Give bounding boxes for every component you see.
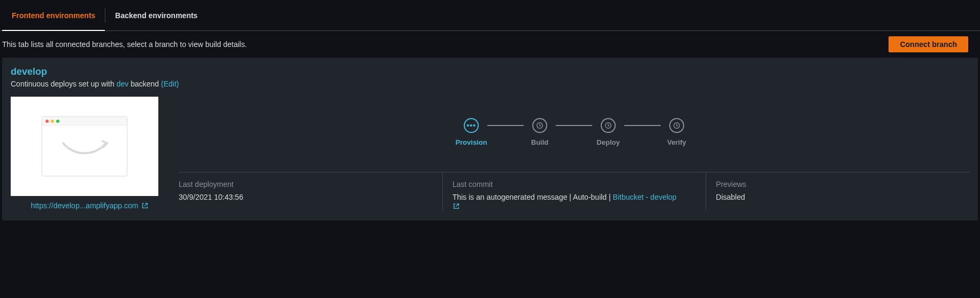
deployment-info: Last deployment 30/9/2021 10:43:56 Last … — [179, 172, 969, 210]
pipeline-stages: ••• Provision Build Deploy — [179, 97, 969, 168]
subtitle-suffix: backend — [128, 80, 161, 88]
amazon-smile-icon — [60, 138, 109, 159]
clock-icon — [673, 122, 680, 129]
connector — [556, 125, 592, 126]
last-commit-text: This is an autogenerated message | Auto-… — [453, 193, 613, 201]
branch-subtitle: Continuous deploys set up with dev backe… — [11, 80, 969, 88]
clock-icon — [604, 122, 612, 129]
branch-content: https://develop...amplifyapp.com ••• Pro… — [11, 97, 969, 210]
stage-deploy[interactable]: Deploy — [592, 118, 624, 146]
last-deployment-cell: Last deployment 30/9/2021 10:43:56 — [179, 172, 442, 210]
stage-verify-label: Verify — [667, 138, 686, 146]
branch-details: ••• Provision Build Deploy — [169, 97, 969, 210]
backend-name-link[interactable]: dev — [117, 80, 129, 88]
stage-provision-label: Provision — [455, 138, 487, 146]
app-url-text: https://develop...amplifyapp.com — [31, 201, 139, 210]
stage-build-label: Build — [531, 138, 549, 146]
in-progress-icon: ••• — [466, 122, 476, 129]
last-deployment-value: 30/9/2021 10:43:56 — [179, 193, 433, 201]
external-link-icon — [141, 202, 149, 209]
tab-frontend-environments[interactable]: Frontend environments — [2, 0, 105, 30]
branch-name-link[interactable]: develop — [11, 66, 969, 77]
preview-column: https://develop...amplifyapp.com — [11, 97, 169, 210]
browser-mock-icon — [42, 116, 127, 176]
stage-deploy-label: Deploy — [596, 138, 619, 146]
connector — [487, 125, 524, 126]
last-commit-source-link[interactable]: Bitbucket - develop — [613, 193, 677, 201]
edit-backend-link[interactable]: (Edit) — [161, 80, 179, 88]
previews-label: Previews — [716, 180, 960, 189]
last-commit-label: Last commit — [453, 180, 696, 189]
last-deployment-label: Last deployment — [179, 180, 433, 189]
tab-description: This tab lists all connected branches, s… — [2, 40, 247, 49]
toolbar: This tab lists all connected branches, s… — [0, 31, 980, 58]
last-commit-value: This is an autogenerated message | Auto-… — [453, 193, 696, 210]
tab-backend-environments[interactable]: Backend environments — [105, 0, 207, 30]
app-screenshot-thumbnail[interactable] — [11, 97, 158, 196]
subtitle-prefix: Continuous deploys set up with — [11, 80, 117, 88]
last-commit-cell: Last commit This is an autogenerated mes… — [442, 172, 706, 210]
stage-verify[interactable]: Verify — [661, 118, 693, 146]
app-url-link[interactable]: https://develop...amplifyapp.com — [11, 196, 169, 210]
external-link-icon[interactable] — [453, 202, 460, 210]
connect-branch-button[interactable]: Connect branch — [889, 36, 968, 52]
connector — [624, 125, 661, 126]
previews-value: Disabled — [716, 193, 960, 201]
previews-cell: Previews Disabled — [706, 172, 969, 210]
stage-provision[interactable]: ••• Provision — [455, 118, 487, 146]
clock-icon — [536, 122, 543, 129]
environment-tabs: Frontend environments Backend environmen… — [0, 0, 980, 31]
branch-card: develop Continuous deploys set up with d… — [2, 58, 978, 221]
stage-build[interactable]: Build — [524, 118, 556, 146]
